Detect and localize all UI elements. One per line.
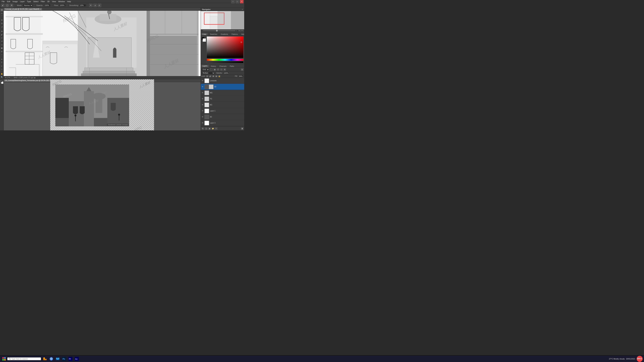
flow-input[interactable] (59, 4, 66, 7)
dodge-tool[interactable]: ○ (0, 53, 3, 56)
layer-row-layer3[interactable]: 👁 Layer 3 (201, 120, 244, 126)
always-use-pressure-btn[interactable]: ⊿ (93, 3, 97, 7)
navigator-collapse-icon[interactable]: ≡ (242, 8, 243, 10)
lock-transparent-btn[interactable]: ⊡ (206, 75, 208, 77)
add-mask-btn[interactable]: ◻ (205, 127, 208, 130)
doc-tab-top[interactable]: Concept_v1.psd @ 94.3% (5D, Layer Mask/8… (4, 8, 42, 10)
maximize-button[interactable]: □ (236, 0, 239, 3)
layers-fill-input[interactable] (238, 75, 244, 78)
layer-eye-layer3[interactable]: 👁 (202, 122, 204, 124)
lasso-tool[interactable]: ⌒ (0, 15, 3, 18)
brush-preset-btn[interactable]: ◯ (5, 3, 9, 7)
tab-gradients[interactable]: Gradients (219, 33, 230, 35)
layers-filter-adjust[interactable]: ◑ (213, 68, 216, 71)
layer-eye-fg[interactable]: 👁 (202, 98, 204, 100)
crop-tool[interactable]: ⊡ (0, 22, 3, 25)
layer-eye-linework[interactable]: 👁 (202, 80, 204, 82)
layers-filter-smart[interactable]: ⚙ (224, 68, 226, 71)
layer-row-fg[interactable]: 👁 FG (201, 96, 244, 102)
clone-tool[interactable]: ✂ (0, 36, 3, 39)
color-spectrum[interactable] (206, 36, 244, 58)
type-tool[interactable]: T (0, 61, 3, 64)
layer-eye-mg[interactable]: 👁 (202, 92, 204, 94)
brush-angle-btn[interactable]: ∠ (98, 3, 101, 7)
marquee-tool[interactable]: ▭ (0, 12, 3, 15)
minimize-button[interactable]: ─ (231, 0, 235, 3)
brush-tool-btn[interactable]: 🖌 (1, 3, 5, 7)
airbrush-btn[interactable]: ✦ (89, 3, 92, 7)
delete-layer-btn[interactable]: 🗑 (241, 127, 244, 130)
nav-zoom-slider[interactable] (203, 30, 236, 31)
menu-image[interactable]: Image (12, 0, 19, 3)
add-group-btn[interactable]: 📁 (212, 127, 214, 130)
menu-help[interactable]: Help (66, 0, 72, 3)
menu-type[interactable]: Type (26, 0, 32, 3)
layers-blend-mode-select[interactable]: Multiply (202, 72, 215, 74)
history-brush-tool[interactable]: ↺ (0, 40, 3, 43)
nav-zoom-plus[interactable]: + (236, 30, 237, 31)
layer-row-linework[interactable]: 👁 Linework (201, 78, 244, 84)
menu-window[interactable]: Window (57, 0, 66, 3)
tab-paths[interactable]: Paths (228, 65, 236, 67)
color-hue-slider[interactable] (206, 59, 244, 61)
layers-opacity-input[interactable] (223, 72, 229, 74)
lock-position-btn[interactable]: ✥ (212, 75, 214, 77)
move-tool[interactable]: ✥ (0, 8, 3, 11)
lock-image-btn[interactable]: 🖌 (209, 75, 212, 77)
shape-tool[interactable]: □ (0, 68, 3, 71)
blend-mode-select[interactable]: Normal (23, 4, 33, 7)
eraser-tool[interactable]: ◻ (0, 43, 3, 46)
layers-kind-select[interactable]: Kind (202, 68, 209, 71)
blur-tool[interactable]: ◎ (0, 50, 3, 53)
layer-eye-3d[interactable]: 👁 (202, 86, 204, 88)
opacity-input[interactable] (44, 4, 50, 7)
quick-select-tool[interactable]: ⊛ (0, 18, 3, 21)
color-spectrum-cursor[interactable] (241, 41, 242, 43)
fg-bg-swatches[interactable] (202, 37, 206, 42)
add-layer-btn[interactable]: + (215, 127, 218, 130)
tab-color[interactable]: Color (201, 33, 208, 35)
canvas-viewport-top[interactable]: RRCG 人人素材 RRCG 人人素材 人人素材 (4, 11, 200, 76)
brush-tool[interactable]: 🖌 (0, 33, 3, 36)
add-adjustment-btn[interactable]: ◑ (208, 127, 211, 130)
layers-filter-toggle[interactable]: ◎ (241, 68, 244, 71)
doc-tab-top-close[interactable]: × (40, 8, 41, 10)
layer-eye-bg[interactable]: 👁 (202, 104, 204, 106)
layers-filter-shape[interactable]: □ (220, 68, 223, 71)
close-button[interactable]: ✕ (240, 0, 244, 3)
color-opacity-slider[interactable] (206, 61, 244, 63)
menu-layer[interactable]: Layer (19, 0, 26, 3)
menu-edit[interactable]: Edit (6, 0, 11, 3)
menu-file[interactable]: File (1, 0, 6, 3)
layer-row-bg[interactable]: 👁 BG (201, 102, 244, 108)
pen-tool[interactable]: ✒ (0, 58, 3, 61)
tab-adjustments[interactable]: Adjustments (240, 33, 244, 35)
layer-eye-3d-2[interactable]: 👁 (202, 116, 204, 118)
menu-view[interactable]: View (51, 0, 57, 3)
tab-layers[interactable]: Layers (201, 65, 209, 67)
layer-row-3d[interactable]: 👁 3D (201, 84, 244, 90)
tab-history[interactable]: History (209, 65, 218, 67)
status-arrow-top[interactable]: ▶ (34, 77, 36, 79)
smoothing-input[interactable] (79, 4, 86, 7)
background-swatch[interactable] (202, 38, 206, 42)
menu-filter[interactable]: Filter (40, 0, 46, 3)
canvas-viewport-bottom[interactable]: RRCG 人人素材 RRC Abandoned Colonial Concept… (4, 82, 200, 130)
gradient-tool[interactable]: ▦ (0, 46, 3, 49)
tab-swatches[interactable]: Swatches (208, 33, 219, 35)
layers-filter-type[interactable]: T (217, 68, 219, 71)
lock-artboard-btn[interactable]: ⊞ (215, 75, 218, 77)
eyedropper-tool[interactable]: ⊿ (0, 25, 3, 28)
nav-zoom-handle[interactable] (216, 30, 218, 31)
path-select-tool[interactable]: ▷ (0, 64, 3, 67)
brush-options-btn[interactable]: ⚙ (10, 3, 14, 7)
heal-tool[interactable]: ⊕ (0, 30, 3, 33)
menu-3d[interactable]: 3D (46, 0, 51, 3)
zoom-tool[interactable]: 🔍 (0, 76, 3, 79)
hand-tool[interactable]: ✋ (0, 72, 3, 75)
nav-zoom-minus[interactable]: − (202, 30, 202, 31)
menu-select[interactable]: Select (32, 0, 40, 3)
layer-row-layer1[interactable]: 👁 Layer 1 (201, 108, 244, 114)
lock-all-btn[interactable]: 🔒 (218, 75, 220, 77)
layer-row-3d-2[interactable]: 👁 3D (201, 114, 244, 120)
